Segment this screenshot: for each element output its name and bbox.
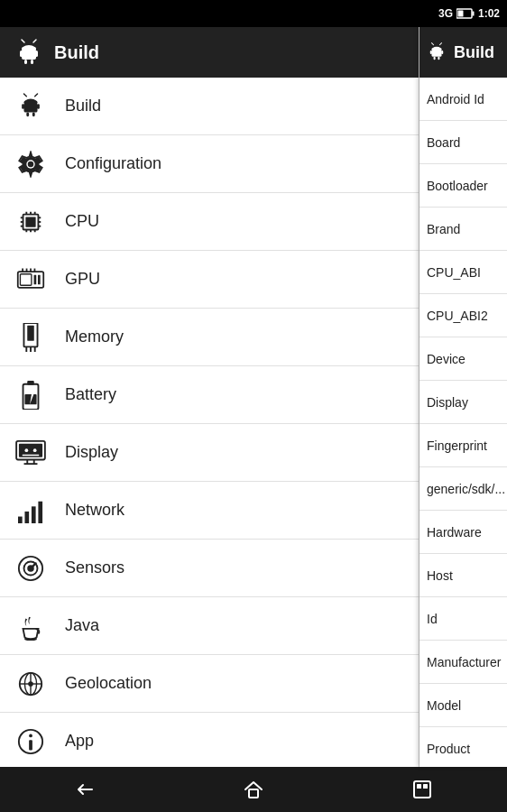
nav-bar (0, 767, 507, 812)
dropdown-item[interactable]: Display (419, 381, 507, 424)
dropdown-item[interactable]: Model (419, 684, 507, 727)
dropdown-item[interactable]: Board (419, 121, 507, 164)
svg-rect-89 (417, 784, 421, 789)
menu-item-configuration-label: Configuration (65, 154, 161, 173)
sensors-icon (14, 552, 47, 585)
menu-item-display[interactable]: Display (0, 424, 419, 482)
menu-item-cpu-label: CPU (65, 212, 99, 231)
menu-item-display-label: Display (65, 443, 118, 462)
display-icon (14, 437, 47, 469)
svg-rect-60 (18, 516, 23, 522)
java-icon (14, 610, 47, 642)
header-title: Build (54, 42, 99, 63)
dropdown-item[interactable]: Manufacturer (419, 641, 507, 684)
svg-rect-84 (438, 57, 439, 60)
right-panel-title: Build (454, 43, 494, 62)
dropdown-item[interactable]: generic/sdk/... (419, 467, 507, 511)
svg-rect-83 (434, 57, 436, 60)
menu-item-network[interactable]: Network (0, 482, 419, 540)
menu-item-sensors[interactable]: Sensors (0, 540, 419, 597)
dropdown-item[interactable]: Brand (419, 208, 507, 251)
svg-rect-38 (34, 274, 37, 284)
memory-icon (14, 321, 47, 354)
svg-rect-7 (24, 60, 27, 64)
svg-rect-39 (38, 274, 41, 284)
right-panel: Build Android IdBoardBootloaderBrandCPU_… (419, 27, 507, 767)
menu-item-geolocation[interactable]: Geolocation (0, 655, 419, 713)
menu-item-battery[interactable]: Battery (0, 366, 419, 424)
svg-rect-15 (26, 112, 29, 116)
status-icons: 3G 1:02 (438, 7, 500, 20)
dropdown-item[interactable]: Id (419, 597, 507, 641)
svg-rect-50 (27, 381, 34, 385)
right-panel-android-icon (427, 42, 447, 62)
svg-rect-75 (29, 740, 32, 750)
back-button[interactable] (58, 771, 112, 807)
svg-rect-2 (457, 11, 463, 17)
menu-item-sensors-label: Sensors (65, 558, 124, 577)
menu-item-gpu[interactable]: GPU (0, 251, 419, 309)
svg-rect-59 (23, 454, 40, 455)
android-icon (14, 90, 47, 123)
svg-point-21 (28, 161, 34, 167)
home-button[interactable] (226, 771, 281, 807)
svg-point-72 (28, 681, 33, 687)
svg-rect-61 (24, 511, 29, 522)
svg-rect-16 (32, 112, 35, 116)
recents-icon (411, 779, 433, 800)
svg-rect-37 (20, 273, 31, 284)
dropdown-item[interactable]: Fingerprint (419, 424, 507, 467)
menu-item-java[interactable]: Java (0, 597, 419, 655)
menu-item-memory[interactable]: Memory (0, 309, 419, 366)
svg-line-18 (35, 93, 38, 96)
right-panel-header: Build (419, 27, 507, 78)
svg-rect-14 (37, 104, 40, 109)
dropdown-item[interactable]: Host (419, 554, 507, 597)
signal-indicator: 3G (438, 7, 453, 20)
dropdown-item[interactable]: Android Id (419, 78, 507, 121)
svg-rect-13 (22, 104, 24, 109)
svg-rect-90 (423, 784, 428, 789)
dropdown-item[interactable]: CPU_ABI (419, 251, 507, 294)
battery-icon (456, 8, 475, 19)
svg-point-74 (29, 734, 32, 737)
menu-item-memory-label: Memory (65, 328, 124, 346)
header-row: Build (0, 27, 419, 78)
gear-icon (14, 148, 47, 180)
svg-rect-45 (27, 325, 34, 340)
dropdown-list: Android IdBoardBootloaderBrandCPU_ABICPU… (419, 78, 507, 767)
svg-line-10 (33, 40, 36, 42)
recents-button[interactable] (395, 771, 449, 807)
svg-rect-82 (441, 51, 443, 54)
svg-rect-23 (25, 217, 35, 226)
main-area: Build Build (0, 27, 507, 767)
status-bar: 3G 1:02 (0, 0, 507, 27)
svg-rect-87 (249, 789, 258, 798)
home-icon (243, 779, 264, 800)
menu-item-build-label: Build (65, 97, 101, 115)
svg-line-85 (432, 43, 434, 45)
android-logo-icon (14, 38, 43, 67)
dropdown-item[interactable]: Hardware (419, 511, 507, 554)
menu-item-cpu[interactable]: CPU (0, 193, 419, 251)
menu-item-app-label: App (65, 732, 94, 751)
network-icon (14, 494, 47, 527)
battery-menu-icon (14, 379, 47, 411)
menu-item-gpu-label: GPU (65, 270, 100, 289)
dropdown-item[interactable]: Bootloader (419, 164, 507, 208)
dropdown-item[interactable]: Device (419, 337, 507, 381)
menu-item-app[interactable]: App (0, 713, 419, 767)
svg-rect-8 (31, 60, 33, 64)
back-icon (74, 779, 96, 800)
svg-rect-88 (414, 781, 430, 798)
svg-rect-81 (430, 51, 432, 54)
dropdown-item[interactable]: CPU_ABI2 (419, 294, 507, 337)
svg-rect-1 (472, 12, 474, 16)
svg-line-86 (439, 43, 441, 45)
svg-rect-5 (20, 51, 23, 57)
svg-line-9 (22, 40, 24, 42)
dropdown-item[interactable]: Product (419, 727, 507, 767)
menu-item-configuration[interactable]: Configuration (0, 135, 419, 193)
svg-rect-51 (24, 394, 36, 404)
menu-item-build[interactable]: Build (0, 78, 419, 135)
